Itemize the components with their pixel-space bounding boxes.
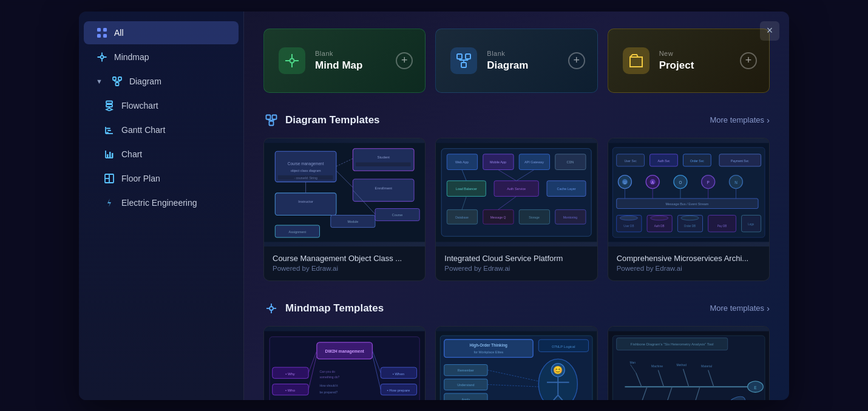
diagram-section-title: Diagram Templates bbox=[263, 112, 380, 128]
blank-project-type: New bbox=[659, 50, 694, 57]
svg-text:CDN: CDN bbox=[567, 160, 574, 164]
svg-rect-3 bbox=[103, 34, 107, 38]
blank-diagram-icon bbox=[450, 47, 477, 74]
svg-text:Method: Method bbox=[676, 363, 687, 367]
svg-text:Auth Service: Auth Service bbox=[507, 187, 526, 191]
blank-diagram-type: Blank bbox=[487, 50, 528, 57]
svg-text:N: N bbox=[734, 180, 737, 185]
svg-rect-138 bbox=[708, 215, 736, 231]
svg-text:Mobile App: Mobile App bbox=[490, 160, 506, 164]
svg-text:Course: Course bbox=[392, 213, 403, 217]
svg-text:Monitoring: Monitoring bbox=[563, 216, 578, 219]
svg-rect-30 bbox=[112, 153, 114, 158]
template-card-cloud-service[interactable]: Web App Mobile App API Gateway CDN Load … bbox=[435, 138, 597, 281]
sidebar-label-all: All bbox=[114, 28, 124, 38]
diagram-more-label: More templates bbox=[710, 115, 764, 124]
svg-point-130 bbox=[620, 216, 637, 220]
close-icon: × bbox=[767, 24, 773, 37]
svg-text:- courseId: String: - courseId: String bbox=[294, 176, 317, 180]
svg-text:Storage: Storage bbox=[529, 216, 540, 219]
mindmap-icon bbox=[96, 51, 108, 63]
svg-rect-17 bbox=[106, 104, 112, 107]
template-card-microservices[interactable]: User Svc Auth Svc Order Svc Payment Svc … bbox=[608, 138, 770, 281]
svg-rect-24 bbox=[107, 130, 111, 131]
svg-text:object class diagram: object class diagram bbox=[291, 169, 321, 172]
sidebar-item-flowchart[interactable]: Flowchart bbox=[84, 94, 239, 117]
blank-mindmap-type: Blank bbox=[315, 50, 362, 57]
template-card-fishbone[interactable]: Fishbone Diagram's "Six Heterometry Anal… bbox=[608, 326, 770, 400]
blank-project-title: Project bbox=[659, 59, 694, 72]
svg-text:How should it: How should it bbox=[319, 384, 338, 387]
svg-text:Message Q: Message Q bbox=[490, 216, 506, 219]
chart-icon bbox=[103, 148, 115, 160]
svg-text:Cache Layer: Cache Layer bbox=[557, 187, 576, 191]
sidebar-item-gantt-chart[interactable]: Gantt Chart bbox=[84, 118, 239, 141]
svg-text:Pay DB: Pay DB bbox=[717, 224, 726, 227]
svg-text:• How prepare: • How prepare bbox=[387, 389, 410, 392]
template-card-image-cloud: Web App Mobile App API Gateway CDN Load … bbox=[436, 138, 597, 246]
svg-text:• When: • When bbox=[393, 372, 404, 375]
svg-text:Order Svc: Order Svc bbox=[690, 158, 704, 162]
blank-cards-row: Blank Mind Map + bbox=[263, 29, 770, 93]
svg-text:something do?: something do? bbox=[319, 375, 339, 379]
template-card-info-course-mgmt: Course Management Object Class ... Power… bbox=[264, 246, 425, 280]
diagram-templates-grid: Course management object class diagram -… bbox=[263, 138, 770, 281]
template-card-image-course-mgmt: Course management object class diagram -… bbox=[264, 138, 425, 246]
sidebar-item-diagram[interactable]: ▼ Diagram bbox=[84, 70, 239, 93]
svg-text:DW2H management: DW2H management bbox=[325, 349, 364, 354]
sidebar-item-mindmap[interactable]: Mindmap bbox=[84, 46, 239, 69]
svg-point-136 bbox=[681, 216, 699, 220]
svg-text:Module: Module bbox=[347, 220, 358, 223]
template-card-course-mgmt[interactable]: Course management object class diagram -… bbox=[263, 138, 426, 281]
svg-rect-39 bbox=[457, 54, 462, 59]
svg-rect-23 bbox=[106, 127, 110, 129]
blank-project-text: New Project bbox=[659, 50, 694, 72]
svg-point-147 bbox=[270, 307, 273, 310]
blank-mindmap-title: Mind Map bbox=[315, 59, 362, 72]
svg-text:Man: Man bbox=[629, 360, 636, 364]
diagram-section-header: Diagram Templates More templates › bbox=[263, 112, 770, 128]
template-card-image-high-order: High-Order Thinking for Workplace Elites… bbox=[436, 327, 597, 400]
svg-rect-47 bbox=[273, 115, 277, 119]
blank-mindmap-card[interactable]: Blank Mind Map + bbox=[263, 29, 426, 93]
blank-project-icon bbox=[623, 47, 649, 74]
diagram-more-templates-link[interactable]: More templates › bbox=[710, 115, 770, 125]
sidebar-label-diagram: Diagram bbox=[129, 76, 161, 86]
template-card-dwzh[interactable]: DW2H management • Why • Who • What goal … bbox=[263, 326, 426, 400]
template-card-image-fishbone: Fishbone Diagram's "Six Heterometry Anal… bbox=[608, 327, 769, 400]
svg-text:Understand: Understand bbox=[458, 383, 475, 387]
template-card-title-course-mgmt: Course Management Object Class ... bbox=[273, 254, 416, 263]
floor-plan-icon bbox=[103, 172, 115, 185]
svg-point-34 bbox=[290, 58, 294, 63]
svg-text:be prepared?: be prepared? bbox=[319, 390, 337, 394]
blank-project-card[interactable]: New Project + bbox=[608, 29, 770, 93]
svg-text:Load Balancer: Load Balancer bbox=[456, 187, 477, 191]
svg-text:P: P bbox=[707, 180, 709, 185]
svg-point-133 bbox=[650, 216, 668, 220]
svg-rect-40 bbox=[466, 54, 470, 59]
blank-diagram-card[interactable]: Blank Diagram + bbox=[435, 29, 597, 93]
modal-close-button[interactable]: × bbox=[760, 21, 779, 41]
electric-icon bbox=[103, 197, 115, 209]
blank-diagram-title: Diagram bbox=[487, 59, 528, 72]
svg-marker-18 bbox=[106, 108, 112, 111]
svg-text:User DB: User DB bbox=[623, 224, 634, 227]
blank-mindmap-plus: + bbox=[396, 52, 413, 69]
sidebar-item-electric-engineering[interactable]: Electric Engineering bbox=[84, 191, 239, 214]
sidebar-item-all[interactable]: All bbox=[84, 21, 239, 44]
sidebar-item-chart[interactable]: Chart bbox=[84, 143, 239, 166]
blank-mindmap-text: Blank Mind Map bbox=[315, 50, 362, 72]
mindmap-more-templates-link[interactable]: More templates › bbox=[710, 303, 770, 313]
sidebar: All Mindmap ▼ bbox=[79, 12, 244, 400]
blank-project-plus: + bbox=[740, 52, 757, 69]
svg-rect-61 bbox=[356, 162, 411, 166]
template-card-author-cloud: Powered by Edraw.ai bbox=[444, 265, 588, 272]
diagram-section-label: Diagram Templates bbox=[285, 114, 380, 126]
sidebar-label-floor-plan: Floor Plan bbox=[121, 174, 160, 183]
sidebar-label-flowchart: Flowchart bbox=[121, 101, 158, 110]
svg-rect-59 bbox=[353, 148, 414, 171]
sidebar-label-electric-engineering: Electric Engineering bbox=[121, 198, 197, 208]
svg-text:Auth Svc: Auth Svc bbox=[657, 158, 670, 162]
template-card-high-order[interactable]: High-Order Thinking for Workplace Elites… bbox=[435, 326, 597, 400]
sidebar-item-floor-plan[interactable]: Floor Plan bbox=[84, 167, 239, 190]
